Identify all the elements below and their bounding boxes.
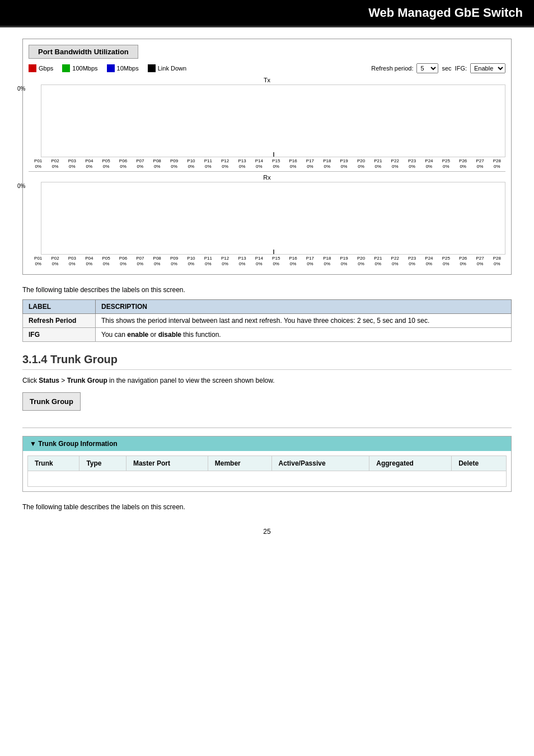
tx-bar-indicator [273,152,274,157]
port-pct: 0% [489,261,505,266]
port-label: P24 [420,256,437,261]
port-label: P25 [438,158,455,163]
port-label: P24 [420,158,437,163]
tx-chart-area [41,84,505,157]
port-label: P15 [268,256,284,261]
refresh-period-desc: This shows the period interval between l… [96,314,512,328]
ifg-row-label: IFG [23,328,96,342]
port-label: P21 [369,256,386,261]
port-pct: 0% [115,164,132,169]
port-label: P16 [284,158,301,163]
port-pct: 0% [132,261,148,266]
port-pct: 0% [387,261,404,266]
port-label: P03 [64,158,81,163]
port-label: P20 [353,158,369,163]
port-pct: 0% [166,164,182,169]
ifg-row-desc: You can enable or disable this function. [96,328,512,342]
tg-info-box: ▼ Trunk Group Information TrunkTypeMaste… [22,436,512,492]
tx-port-pcts: 0%0%0%0%0%0%0%0%0%0%0%0%0%0%0%0%0%0%0%0%… [29,164,505,169]
rx-port-pcts: 0%0%0%0%0%0%0%0%0%0%0%0%0%0%0%0%0%0%0%0%… [29,261,505,266]
section-intro: Click Status > Trunk Group in the naviga… [22,377,512,384]
tg-info-header: ▼ Trunk Group Information [23,436,511,451]
rx-label: Rx [29,174,505,181]
tg-col-header: Active/Passive [271,456,369,471]
port-pct: 0% [64,164,81,169]
chart-divider [29,171,505,172]
port-pct: 0% [200,261,217,266]
10mbps-color-box [107,64,115,72]
port-pct: 0% [97,164,114,169]
port-label: P20 [353,256,369,261]
tg-col-header: Master Port [126,456,208,471]
port-label: P28 [489,158,505,163]
tg-divider [22,428,512,428]
refresh-select[interactable]: 2 5 10 [416,63,438,73]
tg-table: TrunkTypeMaster PortMemberActive/Passive… [27,456,507,487]
rx-chart-section: Rx 0% P01P02P03P04P05P06P07P08P09P10P11P… [29,174,505,266]
ifg-select[interactable]: Enable Disable [470,63,505,73]
port-label: P16 [284,256,301,261]
port-label: P02 [46,158,63,163]
pbu-container: Port Bandwidth Utilization Gbps 100Mbps … [22,39,512,275]
desc-table: LABEL DESCRIPTION Refresh Period This sh… [22,299,512,342]
port-pct: 0% [132,164,148,169]
port-label: P13 [233,158,250,163]
disable-text: disable [158,331,181,339]
port-label: P07 [132,256,148,261]
port-pct: 0% [404,164,420,169]
table-row: IFG You can enable or disable this funct… [23,328,512,342]
port-pct: 0% [420,261,437,266]
port-pct: 0% [387,164,404,169]
port-pct: 0% [404,261,420,266]
port-pct: 0% [438,164,455,169]
status-bold: Status [39,377,59,384]
port-pct: 0% [97,261,114,266]
table-row: Refresh Period This shows the period int… [23,314,512,328]
port-pct: 0% [335,261,352,266]
legend-gbps: Gbps [29,64,53,72]
refresh-controls: Refresh period: 2 5 10 sec IFG: Enable D… [371,63,505,73]
port-pct: 0% [268,261,284,266]
port-label: P14 [251,158,268,163]
port-label: P18 [318,158,335,163]
port-pct: 0% [233,261,250,266]
port-pct: 0% [251,164,268,169]
trunk-group-bold: Trunk Group [67,377,107,384]
page-header: Web Managed GbE Switch [0,0,534,27]
port-pct: 0% [318,164,335,169]
port-pct: 0% [200,164,217,169]
port-label: P08 [149,158,166,163]
port-pct: 0% [420,164,437,169]
port-label: P03 [64,256,81,261]
port-pct: 0% [318,261,335,266]
tg-col-header: Aggregated [369,456,452,471]
gbps-color-box [29,64,36,72]
tg-col-header: Trunk [28,456,79,471]
10mbps-label: 10Mbps [117,65,139,72]
legend-100mbps: 100Mbps [62,64,97,72]
port-label: P14 [251,256,268,261]
tg-info-header-text: ▼ Trunk Group Information [30,440,118,448]
port-label: P13 [233,256,250,261]
port-label: P04 [81,256,97,261]
port-label: P06 [115,256,132,261]
desc-intro: The following table describes the labels… [22,286,512,294]
port-pct: 0% [302,261,318,266]
port-label: P27 [471,256,488,261]
port-label: P01 [30,256,46,261]
port-pct: 0% [166,261,182,266]
port-pct: 0% [30,261,46,266]
port-pct: 0% [369,261,386,266]
tx-chart-wrapper: 0% [29,84,505,157]
linkdown-color-box [148,64,156,72]
port-label: P21 [369,158,386,163]
legend-row: Gbps 100Mbps 10Mbps Link Down Refresh pe… [29,63,505,73]
table-row [28,471,507,487]
refresh-period-label: Refresh Period [23,314,96,328]
port-pct: 0% [353,261,369,266]
port-pct: 0% [149,261,166,266]
desc-col-label: LABEL [23,300,96,314]
gbps-label: Gbps [39,65,53,72]
port-label: P17 [302,158,318,163]
port-label: P09 [166,158,182,163]
